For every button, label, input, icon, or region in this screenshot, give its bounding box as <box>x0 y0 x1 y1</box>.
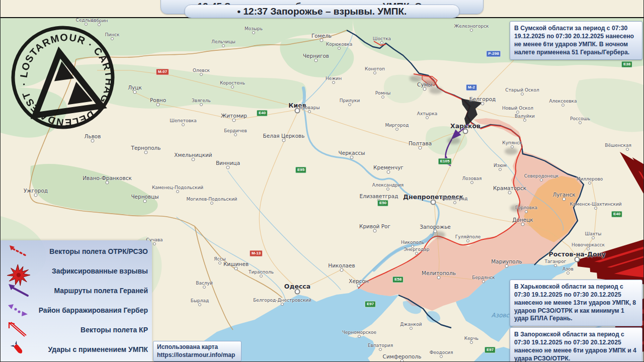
info-box-sumy: В Сумской области за период с 07:30 19.1… <box>510 21 642 60</box>
info-box-kharkiv: В Харьковской области за период с 07:30 … <box>510 280 642 326</box>
legend-label: Зафиксированные взрывы <box>32 267 148 275</box>
attribution-link[interactable]: https://lostarmour.info/map <box>157 351 237 359</box>
map-screenshot: КиевХарьковОдессаДнепропетровскРостов-на… <box>0 0 644 362</box>
legend-row: Район барражирования Гербер <box>1 300 152 320</box>
lostarmour-logo: · LOSTARMOUR · CARTHAGO DELENDA EST <box>0 14 126 141</box>
info-box-zaporizhzhia: В Запорожской области за период с 07:30 … <box>510 327 642 362</box>
geran-route-icon <box>6 282 32 300</box>
legend-row: Векторы полета КР <box>1 320 152 339</box>
legend-label: Маршруты полета Гераней <box>32 287 148 295</box>
map-attribution: Использована карта https://lostarmour.in… <box>153 341 242 361</box>
attribution-label: Использована карта <box>157 343 237 351</box>
explosion-shadow <box>429 87 442 94</box>
legend-label: Район барражирования Гербер <box>32 306 148 314</box>
legend-label: Векторы полета ОТРК/РСЗО <box>32 247 148 255</box>
umpk-bomb-icon <box>6 340 32 358</box>
explosion-shadow <box>447 137 460 144</box>
legend-row: Маршруты полета Гераней <box>1 281 152 300</box>
gerber-zone-icon <box>6 301 32 319</box>
explosion-shadow <box>510 205 523 212</box>
legend-row: Зафиксированные взрывы <box>1 261 152 281</box>
ticker-line-2: • 12:37 Запорожье – взрывы. УМПК. <box>185 5 460 18</box>
kr-vector-icon <box>6 321 32 339</box>
legend-row: Удары с применением УМПК <box>1 339 152 359</box>
legend-panel: Векторы полета ОТРК/РСЗОЗафиксированные … <box>1 240 152 362</box>
legend-row: Векторы полета ОТРК/РСЗО <box>1 241 152 261</box>
explosion-shadow <box>422 80 435 87</box>
explosion-shadow <box>505 148 518 155</box>
logo-monogram-triangle <box>27 48 102 115</box>
explosion-shadow <box>432 231 445 238</box>
ticker-text-2: • 12:37 Запорожье – взрывы. УМПК. <box>237 6 407 17</box>
legend-label: Векторы полета КР <box>32 326 148 334</box>
explosion-icon <box>6 262 32 280</box>
explosion-shadow <box>410 75 423 82</box>
otrk-vector-icon <box>6 242 32 260</box>
legend-label: Удары с применением УМПК <box>32 345 148 353</box>
